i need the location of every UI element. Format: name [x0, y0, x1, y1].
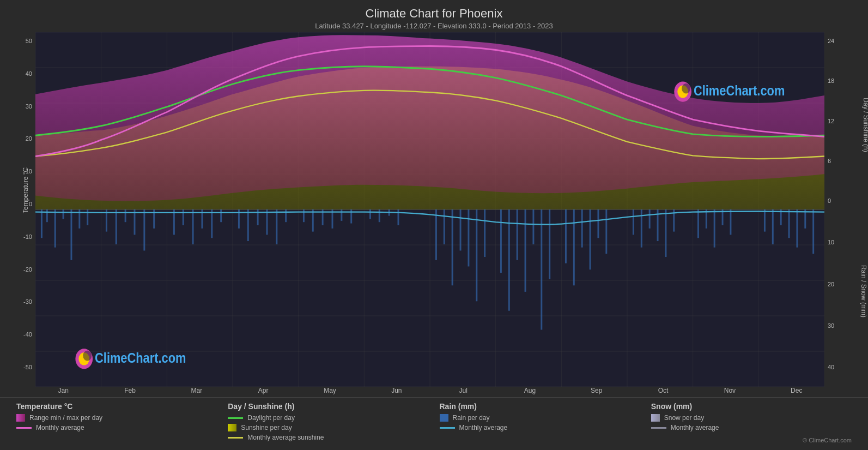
svg-rect-26 [46, 209, 48, 222]
y-tick-right-18: 18 [824, 77, 863, 84]
legend-temp-range: Range min / max per day [16, 414, 217, 422]
x-tick-feb: Feb [96, 387, 163, 394]
y-tick-0: 0 [5, 201, 35, 207]
legend-temp-range-icon [16, 414, 25, 422]
svg-rect-82 [649, 209, 651, 229]
legend-temp-avg-label: Monthly average [36, 424, 84, 431]
svg-rect-34 [125, 209, 126, 222]
legend-sunshine-avg-icon [228, 437, 243, 439]
svg-rect-75 [573, 209, 575, 285]
legend-rain-per-day: Rain per day [440, 414, 640, 422]
y-tick-10: 10 [5, 168, 35, 175]
legend-rain-avg-label: Monthly average [459, 424, 508, 431]
svg-rect-31 [87, 209, 88, 225]
legend-rain-avg: Monthly average [440, 424, 640, 431]
svg-rect-86 [697, 209, 699, 238]
x-tick-may: May [296, 387, 363, 394]
legend-sunshine-avg-label: Monthly average sunshine [247, 434, 324, 441]
legend-rain-avg-icon [440, 427, 455, 429]
legend-sunshine-title: Day / Sunshine (h) [228, 402, 428, 411]
svg-rect-69 [517, 209, 518, 260]
svg-rect-40 [192, 209, 194, 244]
svg-rect-72 [541, 209, 542, 330]
svg-text:ClimeChart.com: ClimeChart.com [95, 350, 186, 365]
x-tick-jul: Jul [430, 387, 496, 394]
legend-rain-per-day-icon [440, 414, 448, 422]
svg-rect-54 [341, 209, 342, 221]
x-tick-jan: Jan [30, 387, 96, 394]
y-tick-right-0: 0 [824, 197, 863, 204]
legend-temp-avg: Monthly average [16, 424, 217, 431]
y-label-right-rain: Rain / Snow (mm) [860, 265, 867, 317]
svg-rect-27 [54, 209, 56, 248]
main-container: Climate Chart for Phoenix Latitude 33.42… [0, 0, 868, 450]
x-tick-dec: Dec [763, 387, 830, 394]
legend-sunshine-per-day-icon [228, 424, 236, 431]
legend-snow-avg-icon [651, 427, 666, 429]
svg-rect-39 [183, 209, 184, 225]
legend-snow-per-day-icon [651, 414, 660, 422]
y-tick-right-rain-30: 30 [824, 322, 863, 329]
chart-area: Temperature °C 50 40 30 20 10 0 -10 -20 … [5, 32, 863, 387]
y-tick-20: 20 [5, 135, 35, 142]
svg-rect-67 [500, 209, 502, 273]
svg-rect-65 [476, 209, 477, 301]
legend-temp-avg-icon [16, 427, 32, 429]
legend-snow-title: Snow (mm) [651, 402, 852, 411]
svg-rect-42 [211, 209, 213, 238]
y-tick-n20: -20 [5, 266, 35, 273]
svg-rect-91 [764, 209, 766, 232]
svg-rect-62 [452, 209, 453, 285]
legend-daylight-icon [228, 417, 243, 419]
legend-sunshine-per-day: Sunshine per day [228, 424, 428, 431]
svg-rect-48 [276, 209, 277, 244]
svg-rect-25 [41, 209, 43, 238]
svg-rect-71 [532, 209, 534, 244]
copyright: © ClimeChart.com [803, 437, 852, 443]
y-tick-n30: -30 [5, 298, 35, 305]
legend-daylight: Daylight per day [228, 414, 428, 422]
svg-rect-63 [460, 209, 462, 250]
svg-rect-92 [772, 209, 774, 244]
x-tick-jun: Jun [363, 387, 430, 394]
legend-daylight-label: Daylight per day [247, 414, 295, 422]
svg-rect-74 [565, 209, 567, 263]
svg-rect-59 [397, 209, 399, 225]
svg-rect-45 [247, 209, 249, 241]
x-tick-apr: Apr [230, 387, 296, 394]
legend-temp-range-label: Range min / max per day [29, 414, 102, 422]
x-axis: Jan Feb Mar Apr May Jun Jul Aug Sep Oct … [30, 387, 830, 397]
svg-rect-66 [484, 209, 485, 257]
legend-rain-title: Rain (mm) [440, 402, 640, 411]
svg-rect-73 [549, 209, 550, 279]
x-tick-nov: Nov [696, 387, 763, 394]
y-tick-right-12: 12 [824, 118, 863, 124]
svg-rect-76 [581, 209, 583, 248]
legend-snow-avg-label: Monthly average [671, 424, 719, 431]
legend-temperature-title: Temperature °C [16, 402, 217, 411]
legend-snow: Snow (mm) Snow per day Monthly average ©… [646, 402, 857, 443]
y-tick-30: 30 [5, 103, 35, 110]
svg-point-104 [83, 351, 92, 361]
legend-sunshine-avg: Monthly average sunshine [228, 434, 428, 441]
svg-rect-97 [812, 209, 814, 254]
svg-rect-94 [788, 209, 790, 238]
legend-area: Temperature °C Range min / max per day M… [0, 397, 868, 450]
svg-rect-57 [379, 209, 380, 222]
y-tick-n10: -10 [5, 233, 35, 240]
chart-title: Climate Chart for Phoenix [0, 7, 868, 21]
svg-point-100 [682, 83, 690, 94]
svg-text:ClimeChart.com: ClimeChart.com [694, 82, 785, 98]
y-tick-right-24: 24 [824, 38, 863, 44]
svg-rect-29 [70, 209, 72, 260]
y-axis-left-label: Temperature °C [22, 167, 29, 213]
y-tick-n50: -50 [5, 364, 35, 370]
y-axis-right: 24 18 12 6 0 10 20 30 40 Day / Sunshine … [824, 32, 863, 387]
legend-snow-per-day-label: Snow per day [664, 414, 704, 422]
legend-sunshine-per-day-label: Sunshine per day [241, 424, 292, 431]
y-tick-40: 40 [5, 70, 35, 77]
svg-rect-43 [220, 209, 222, 222]
svg-rect-68 [508, 209, 510, 311]
svg-rect-78 [597, 209, 599, 238]
y-tick-right-6: 6 [824, 158, 863, 164]
